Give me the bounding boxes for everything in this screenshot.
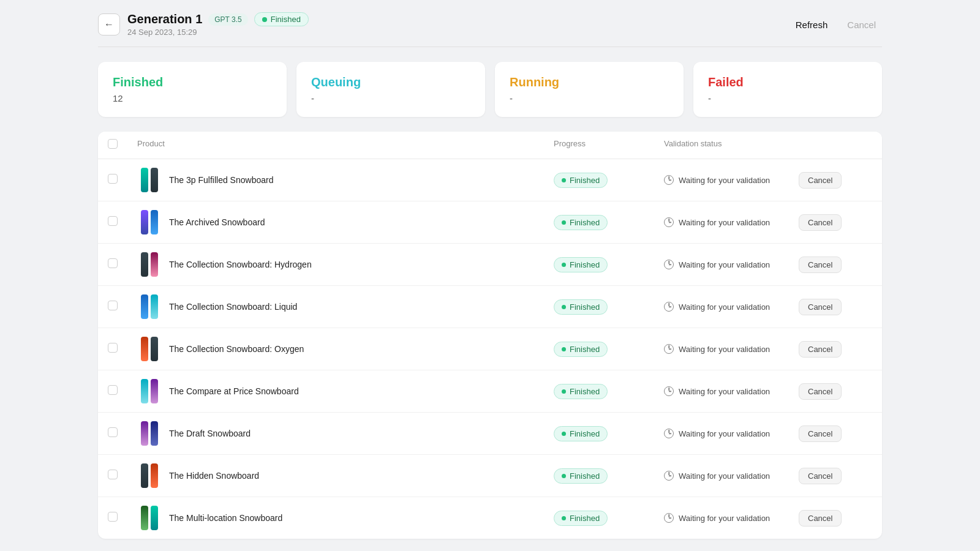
queuing-label: Queuing: [311, 75, 470, 89]
product-name: The Collection Snowboard: Liquid: [169, 302, 297, 312]
action-cell: Cancel: [799, 172, 872, 189]
action-cell: Cancel: [799, 468, 872, 484]
table-row: The Multi-location Snowboard Finished Wa…: [98, 497, 882, 539]
validation-text: Waiting for your validation: [679, 387, 770, 396]
progress-cell: Finished: [554, 468, 664, 484]
progress-badge: Finished: [554, 257, 608, 272]
header-subtitle: 24 Sep 2023, 15:29: [127, 28, 309, 37]
snowboard-icon: [151, 210, 158, 234]
validation-text: Waiting for your validation: [679, 429, 770, 438]
failed-value: -: [708, 93, 867, 103]
cancel-row-button[interactable]: Cancel: [799, 172, 842, 189]
header-left: ← Generation 1 GPT 3.5 Finished 24 Sep 2…: [98, 12, 309, 37]
action-column-header: [799, 139, 872, 151]
validation-cell: Waiting for your validation: [664, 471, 799, 481]
progress-cell: Finished: [554, 173, 664, 188]
progress-dot-icon: [562, 178, 566, 182]
row-checkbox[interactable]: [108, 470, 118, 479]
progress-badge: Finished: [554, 173, 608, 188]
table-row: The Collection Snowboard: Hydrogen Finis…: [98, 244, 882, 286]
failed-label: Failed: [708, 75, 867, 89]
progress-dot-icon: [562, 389, 566, 394]
product-name: The Draft Snowboard: [169, 429, 251, 438]
product-image: [137, 461, 162, 490]
snowboard-icon: [151, 421, 158, 446]
snowboard-icon: [141, 463, 148, 488]
cancel-row-button[interactable]: Cancel: [799, 299, 842, 315]
product-cell: The 3p Fulfilled Snowboard: [137, 165, 554, 195]
clock-icon: [664, 429, 674, 438]
product-name: The Collection Snowboard: Oxygen: [169, 344, 304, 354]
clock-icon: [664, 513, 674, 523]
cancel-row-button[interactable]: Cancel: [799, 425, 842, 442]
validation-text: Waiting for your validation: [679, 345, 770, 354]
validation-text: Waiting for your validation: [679, 260, 770, 269]
action-cell: Cancel: [799, 341, 872, 358]
clock-icon: [664, 175, 674, 185]
row-checkbox[interactable]: [108, 258, 118, 268]
product-name: The Archived Snowboard: [169, 217, 265, 227]
product-cell: The Collection Snowboard: Oxygen: [137, 334, 554, 364]
product-cell: The Compare at Price Snowboard: [137, 377, 554, 406]
row-checkbox[interactable]: [108, 216, 118, 226]
row-checkbox[interactable]: [108, 301, 118, 310]
table-row: The Compare at Price Snowboard Finished …: [98, 370, 882, 413]
product-cell: The Collection Snowboard: Hydrogen: [137, 250, 554, 279]
progress-dot-icon: [562, 516, 566, 520]
product-image: [137, 165, 162, 195]
row-checkbox[interactable]: [108, 427, 118, 437]
cancel-row-button[interactable]: Cancel: [799, 341, 842, 358]
cancel-row-button[interactable]: Cancel: [799, 257, 842, 273]
validation-text: Waiting for your validation: [679, 302, 770, 312]
progress-badge: Finished: [554, 426, 608, 441]
validation-cell: Waiting for your validation: [664, 344, 799, 354]
row-checkbox-cell: [108, 343, 137, 355]
snowboard-icon: [151, 463, 158, 488]
title-group: Generation 1 GPT 3.5 Finished 24 Sep 202…: [127, 12, 309, 37]
validation-text: Waiting for your validation: [679, 218, 770, 227]
finished-label: Finished: [113, 75, 272, 89]
row-checkbox-cell: [108, 258, 137, 271]
cancel-row-button[interactable]: Cancel: [799, 383, 842, 400]
cancel-row-button[interactable]: Cancel: [799, 468, 842, 484]
select-all-checkbox[interactable]: [108, 139, 118, 149]
row-checkbox-cell: [108, 470, 137, 482]
action-cell: Cancel: [799, 510, 872, 527]
snowboard-icon: [151, 506, 158, 530]
product-name: The Collection Snowboard: Hydrogen: [169, 260, 312, 269]
action-cell: Cancel: [799, 383, 872, 400]
table-row: The Collection Snowboard: Liquid Finishe…: [98, 286, 882, 328]
product-column-header: Product: [137, 139, 554, 151]
row-checkbox[interactable]: [108, 385, 118, 395]
progress-cell: Finished: [554, 215, 664, 230]
row-checkbox[interactable]: [108, 343, 118, 353]
row-checkbox[interactable]: [108, 512, 118, 522]
row-checkbox[interactable]: [108, 174, 118, 184]
product-name: The Compare at Price Snowboard: [169, 386, 299, 396]
snowboard-icon: [141, 337, 148, 361]
validation-text: Waiting for your validation: [679, 514, 770, 523]
product-image: [137, 208, 162, 237]
progress-badge: Finished: [554, 299, 608, 315]
progress-cell: Finished: [554, 257, 664, 272]
back-button[interactable]: ←: [98, 13, 120, 36]
cancel-button-header[interactable]: Cancel: [841, 16, 882, 34]
progress-badge: Finished: [554, 215, 608, 230]
refresh-button[interactable]: Refresh: [790, 16, 834, 34]
cancel-row-button[interactable]: Cancel: [799, 214, 842, 231]
product-image: [137, 334, 162, 364]
product-name: The Hidden Snowboard: [169, 471, 259, 481]
progress-cell: Finished: [554, 299, 664, 315]
progress-dot-icon: [562, 305, 566, 309]
snowboard-icon: [141, 294, 148, 319]
progress-dot-icon: [562, 220, 566, 225]
progress-cell: Finished: [554, 384, 664, 399]
action-cell: Cancel: [799, 257, 872, 273]
progress-cell: Finished: [554, 511, 664, 526]
product-cell: The Draft Snowboard: [137, 419, 554, 448]
cancel-row-button[interactable]: Cancel: [799, 510, 842, 527]
snowboard-icon: [151, 294, 158, 319]
product-name: The 3p Fulfilled Snowboard: [169, 175, 273, 185]
progress-dot-icon: [562, 347, 566, 351]
product-image: [137, 250, 162, 279]
